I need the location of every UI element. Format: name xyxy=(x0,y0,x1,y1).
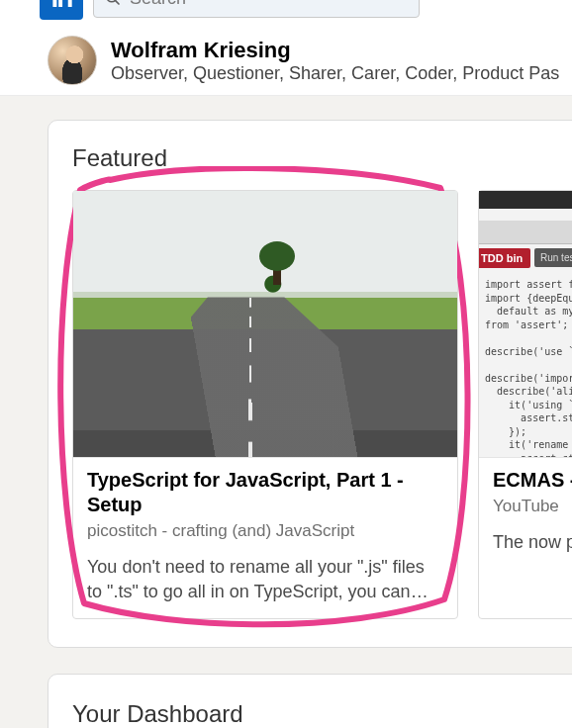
search-input[interactable] xyxy=(130,0,409,9)
profile-summary[interactable]: Wolfram Kriesing Observer, Questioner, S… xyxy=(0,26,572,95)
dashboard-section: Your Dashboard xyxy=(48,674,572,728)
ide-run-button: Run tests ▸ xyxy=(534,248,572,267)
linkedin-logo-text: in xyxy=(51,0,72,14)
dashboard-heading: Your Dashboard xyxy=(72,700,572,728)
ide-badge: TDD bin xyxy=(479,248,530,268)
ide-code: import assert from 'assert'; import {dee… xyxy=(485,278,572,458)
featured-card[interactable]: TypeScript for JavaScript, Part 1 - Setu… xyxy=(72,190,458,619)
featured-section: Featured TypeScript for JavaScript, Part… xyxy=(48,120,572,648)
profile-tagline: Observer, Questioner, Sharer, Carer, Cod… xyxy=(111,63,559,84)
featured-card[interactable]: TDD bin Run tests ▸ import assert from '… xyxy=(478,190,572,619)
featured-card-source: YouTube xyxy=(493,497,572,516)
featured-heading: Featured xyxy=(72,144,572,172)
featured-card-body: ECMAS - Wolfra YouTube The now pure Jav xyxy=(479,458,572,569)
featured-card-description: You don't need to rename all your ".js" … xyxy=(87,555,443,604)
search-box[interactable] xyxy=(93,0,420,18)
profile-name: Wolfram Kriesing xyxy=(111,38,559,63)
featured-card-description: The now pure Jav xyxy=(493,530,572,555)
featured-card-source: picostitch - crafting (and) JavaScript xyxy=(87,521,443,541)
featured-card-title: TypeScript for JavaScript, Part 1 - Setu… xyxy=(87,468,443,517)
profile-text: Wolfram Kriesing Observer, Questioner, S… xyxy=(111,38,559,84)
avatar[interactable] xyxy=(48,36,97,85)
page-content: Featured TypeScript for JavaScript, Part… xyxy=(0,96,572,728)
top-nav-inner: in xyxy=(0,0,572,26)
search-icon xyxy=(104,0,122,7)
featured-thumbnail xyxy=(73,191,457,458)
featured-carousel[interactable]: TypeScript for JavaScript, Part 1 - Setu… xyxy=(72,190,572,619)
featured-card-title: ECMAS - Wolfra xyxy=(493,468,572,493)
linkedin-logo[interactable]: in xyxy=(40,0,83,20)
featured-card-body: TypeScript for JavaScript, Part 1 - Setu… xyxy=(73,458,457,618)
top-nav: in Wolfram Kriesing Observer, Questioner… xyxy=(0,0,572,96)
featured-thumbnail: TDD bin Run tests ▸ import assert from '… xyxy=(479,191,572,458)
svg-line-1 xyxy=(115,0,119,4)
